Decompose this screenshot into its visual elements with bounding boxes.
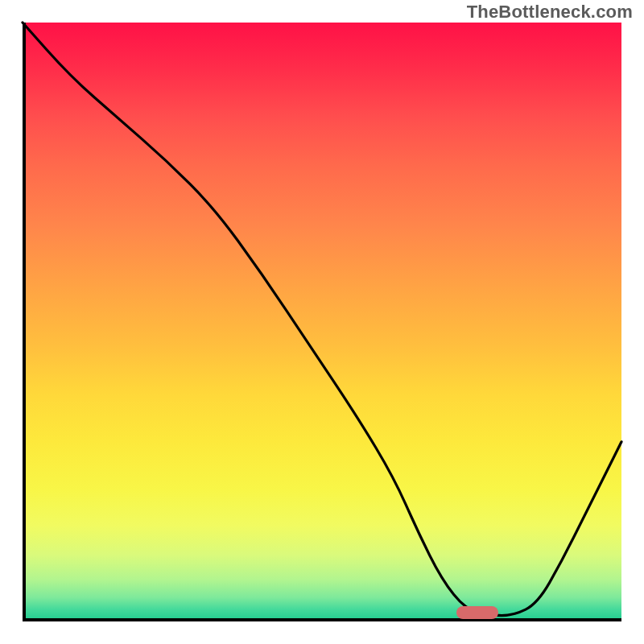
optimal-marker <box>456 606 498 619</box>
bottleneck-curve-path <box>23 23 621 616</box>
plot-area <box>23 23 621 621</box>
chart-container: TheBottleneck.com <box>0 0 644 644</box>
curve-svg <box>23 23 621 621</box>
watermark-text: TheBottleneck.com <box>467 2 633 23</box>
